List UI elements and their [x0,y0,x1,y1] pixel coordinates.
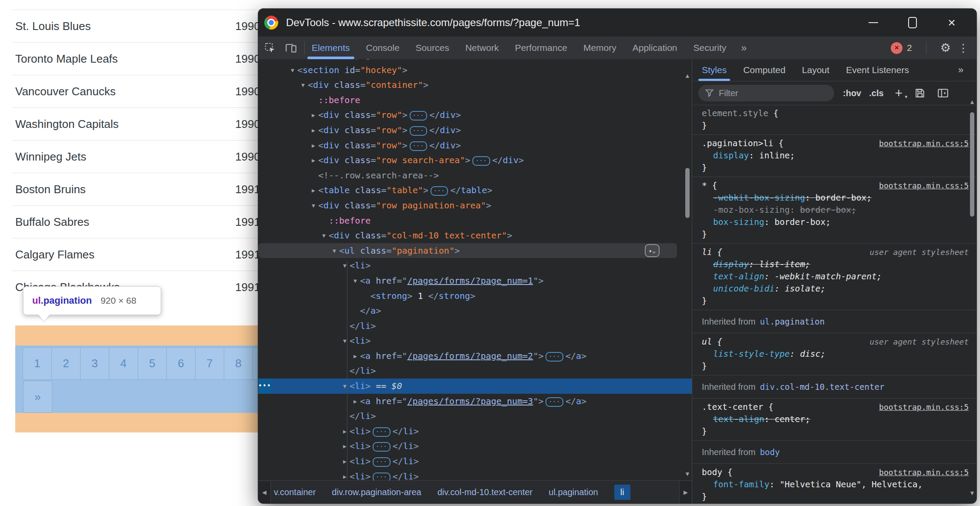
expand-arrow-icon[interactable]: ▶ [340,439,350,454]
pagination-next-button[interactable]: » [23,381,52,413]
tree-node[interactable]: <!--.row.search-area--> [258,168,692,183]
tree-node[interactable]: ▼<li> [258,258,692,273]
expand-arrow-icon[interactable]: ▶ [340,454,350,469]
inherited-node-link[interactable]: div.col-md-10.text-center [760,382,884,392]
tree-node[interactable]: ▶<div class="row">···</div> [258,138,692,153]
tree-node[interactable]: ▶<div class="row">···</div> [258,107,692,123]
expand-arrow-icon[interactable]: ▼ [350,274,360,289]
scroll-up-icon[interactable]: ▲ [968,98,976,105]
scroll-up-icon[interactable]: ▲ [684,72,691,79]
stylesheet-link[interactable]: bootstrap.min.css:5 [879,180,969,192]
tree-node[interactable]: </li> [258,363,692,379]
tree-node[interactable]: ::before [258,93,692,108]
rule-selector[interactable]: ul { [702,336,722,348]
tree-node[interactable]: ▼<li> [258,333,692,349]
pagination-page-link[interactable] [253,347,258,380]
expand-children-button[interactable]: ··· [472,156,490,166]
expand-arrow-icon[interactable]: ▼ [309,198,318,214]
rule-selector[interactable]: * { [702,180,717,192]
tree-node[interactable]: <strong> 1 </strong> [258,288,692,304]
tree-node[interactable]: </li> [258,409,692,424]
pagination-page-link[interactable]: 2 [51,347,81,380]
css-property[interactable]: text-align: center; [702,413,969,426]
toggle-sidebar-icon[interactable] [937,88,949,98]
maximize-button[interactable] [906,16,919,29]
expand-arrow-icon[interactable]: ▶ [350,394,360,409]
scrollbar-thumb[interactable] [685,168,690,218]
expand-arrow-icon[interactable]: ▼ [340,379,350,394]
copy-changes-icon[interactable] [915,88,925,98]
rule-selector[interactable]: element.style { [702,107,778,120]
css-property[interactable]: display: list-item; [702,258,969,271]
close-button[interactable]: × [945,16,958,29]
expand-arrow-icon[interactable]: ▼ [330,244,339,259]
styles-tab-styles[interactable]: Styles [702,59,727,81]
tree-node[interactable]: ▶<li>···</li> [258,469,692,481]
elements-scrollbar[interactable]: ▲ ▼ [684,59,691,481]
styles-tab-computed[interactable]: Computed [743,59,785,81]
pagination-page-link[interactable]: 1 [23,347,52,380]
pagination-page-link[interactable]: 8 [224,347,253,380]
expand-arrow-icon[interactable]: ▶ [350,349,360,364]
tree-node[interactable]: ▼<div class="row pagination-area"> [258,198,692,213]
rule-selector[interactable]: body { [702,466,732,479]
settings-gear-icon[interactable]: ⚙ [940,41,951,55]
css-property[interactable]: display: inline; [702,150,969,162]
tab-memory[interactable]: Memory [583,37,616,59]
css-property[interactable]: unicode-bidi: isolate; [702,283,969,295]
scrollbar-thumb[interactable] [970,112,974,217]
rule-selector[interactable]: .text-center { [702,401,773,413]
expand-children-button[interactable]: ··· [373,442,390,452]
rule-selector[interactable]: li { [702,246,722,258]
expand-arrow-icon[interactable]: ▼ [340,334,350,349]
expand-arrow-icon[interactable]: ▼ [288,63,297,78]
breadcrumb-item[interactable]: div.col-md-10.text-center [438,487,533,497]
expand-children-button[interactable]: ··· [373,472,390,481]
css-property[interactable]: text-align: -webkit-match-parent; [702,271,969,283]
breadcrumb-item[interactable]: v.container [274,487,316,497]
css-property[interactable]: box-sizing: border-box; [702,216,969,228]
pagination-page-link[interactable]: 6 [166,347,195,380]
tree-node[interactable]: ▼<div class="col-md-10 text-center"> [258,228,692,243]
tree-node[interactable]: </li> [258,318,692,334]
breadcrumb-item[interactable]: ul.pagination [549,487,598,497]
stylesheet-link[interactable]: bootstrap.min.css:5 [879,466,969,479]
tree-node[interactable]: ▶<li>···</li> [258,454,692,469]
more-tabs-icon[interactable]: » [741,42,747,54]
expand-children-button[interactable]: ··· [431,186,448,196]
inherited-node-link[interactable]: body [760,447,780,457]
expand-arrow-icon[interactable]: ▶ [340,469,350,481]
error-count[interactable]: 2 [907,43,912,53]
expand-arrow-icon[interactable]: ▼ [319,228,329,244]
tree-node[interactable]: ▶<div class="row">···</div> [258,123,692,138]
scroll-down-icon[interactable]: ▼ [684,470,691,477]
pagination-page-link[interactable]: 5 [138,347,167,380]
tree-node[interactable]: ::before [258,213,692,228]
expand-arrow-icon[interactable]: ▼ [298,78,308,93]
expand-arrow-icon[interactable]: ▶ [340,424,350,439]
titlebar[interactable]: DevTools - www.scrapethissite.com/pages/… [258,9,977,37]
expand-arrow-icon[interactable]: ▶ [309,108,318,123]
tree-node[interactable]: ▼<li> == $0••• [258,379,692,394]
tree-node[interactable]: ▶<a href="/pages/forms/?page_num=3">···<… [258,394,692,409]
tab-security[interactable]: Security [693,37,726,59]
tree-node[interactable]: ▼<a href="/pages/forms/?page_num=1"> [258,273,692,288]
expand-children-button[interactable]: ··· [546,397,563,407]
css-property[interactable]: list-style-type: disc; [702,348,969,360]
tree-node[interactable]: ▼<div class="container"> [258,77,692,93]
expand-children-button[interactable]: ··· [373,427,390,437]
tab-console[interactable]: Console [366,37,400,59]
expand-arrow-icon[interactable]: ▶ [309,123,318,138]
node-badge-icon[interactable]: ✦⌄ [645,244,660,257]
tree-node[interactable]: <div id="page"> [258,59,692,63]
css-property[interactable]: font-family: "Helvetica Neue", Helvetica… [702,479,969,491]
styles-filter-input[interactable]: Filter [698,85,834,101]
styles-scrollbar[interactable]: ▲ ▼ [968,82,976,503]
stylesheet-link[interactable]: bootstrap.min.css:5 [879,401,969,413]
tree-node[interactable]: ▶<li>···</li> [258,439,692,454]
expand-arrow-icon[interactable]: ▶ [309,153,318,168]
crumb-scroll-right-icon[interactable]: ▶ [679,481,692,503]
minimize-button[interactable] [867,16,880,29]
expand-children-button[interactable]: ··· [410,111,427,121]
pagination-page-link[interactable]: 3 [80,347,109,380]
